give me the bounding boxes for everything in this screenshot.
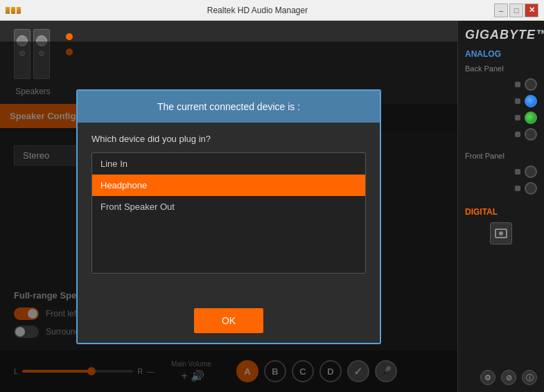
titlebar-left (6, 7, 21, 14)
jack-connector-2 (515, 98, 520, 104)
window-title: Realtek HD Audio Manager (21, 6, 494, 15)
dialog-body: Which device did you plug in? Line In He… (78, 123, 380, 299)
svg-point-1 (499, 231, 503, 235)
left-panel: Speakers Speaker Configuration Stereo ▼ … (0, 21, 457, 392)
front-panel-subtitle: Front Panel (465, 152, 537, 160)
ok-button[interactable]: OK (194, 308, 263, 333)
jack-connector-4 (515, 132, 520, 137)
info-icon[interactable]: ⓘ (522, 370, 537, 385)
settings-icon[interactable]: ⚙ (480, 370, 495, 385)
device-item-headphone[interactable]: Headphone (92, 175, 365, 196)
device-item-linein[interactable]: Line In (92, 153, 365, 175)
power-icon[interactable]: ⊘ (501, 370, 516, 385)
digital-section-title: DIGITAL (465, 207, 537, 217)
dialog-footer: OK (78, 299, 380, 343)
device-list: Line In Headphone Front Speaker Out (91, 152, 366, 274)
front-jack-dot-1[interactable] (525, 166, 537, 178)
dialog-question: Which device did you plug in? (91, 134, 366, 144)
jack-dot-green[interactable] (525, 112, 537, 124)
dialog-overlay: The current connected device is : Which … (0, 42, 457, 392)
titlebar: Realtek HD Audio Manager – □ ✕ (0, 0, 544, 21)
analog-section-title: ANALOG (465, 49, 537, 59)
jack-row-4 (465, 128, 537, 141)
device-item-frontspeaker[interactable]: Front Speaker Out (92, 196, 365, 217)
bottom-icons: ⚙ ⊘ ⓘ (465, 370, 537, 385)
close-button[interactable]: ✕ (525, 3, 538, 17)
jack-row-1 (465, 78, 537, 91)
device-list-spacer (92, 217, 365, 273)
right-panel: GIGABYTE™ ANALOG Back Panel Front Panel (457, 21, 544, 392)
app-icon (6, 7, 21, 14)
gigabyte-logo: GIGABYTE™ (465, 28, 537, 42)
jack-connector-3 (515, 115, 520, 121)
main-content: Speakers Speaker Configuration Stereo ▼ … (0, 21, 544, 392)
dialog-header-text: The current connected device is : (157, 101, 300, 112)
front-jack-connector-1 (515, 169, 520, 175)
jack-connector-1 (515, 82, 520, 87)
window-controls: – □ ✕ (494, 3, 538, 17)
device-dialog: The current connected device is : Which … (76, 89, 381, 344)
front-jack-row-1 (465, 166, 537, 178)
front-jack-row-2 (465, 182, 537, 195)
front-jack-connector-2 (515, 186, 520, 191)
jack-dot-blue[interactable] (525, 95, 537, 107)
front-jack-dot-2[interactable] (525, 182, 537, 195)
jack-row-3 (465, 112, 537, 124)
dialog-header: The current connected device is : (78, 91, 380, 123)
speaker-indicator-1 (66, 33, 73, 40)
jack-dot-dim-2[interactable] (525, 128, 537, 141)
jack-row-2 (465, 95, 537, 107)
minimize-button[interactable]: – (494, 3, 508, 17)
maximize-button[interactable]: □ (509, 3, 523, 17)
digital-icon[interactable] (490, 222, 512, 244)
jack-dot-1[interactable] (525, 78, 537, 91)
back-panel-subtitle: Back Panel (465, 64, 537, 73)
